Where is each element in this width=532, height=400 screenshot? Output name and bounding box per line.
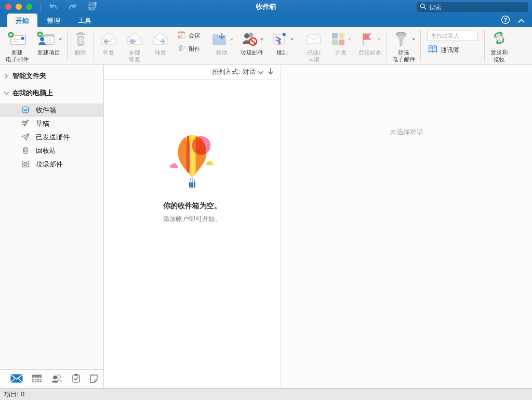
no-conversation-text: 未选择对话 (390, 127, 423, 137)
dropdown-caret (290, 38, 294, 41)
paperclip-icon (177, 44, 186, 54)
people-module-icon[interactable] (51, 374, 63, 384)
minimize-button[interactable] (16, 4, 22, 10)
print-icon[interactable] (87, 2, 97, 12)
notes-module-icon[interactable] (89, 374, 98, 384)
sort-direction-icon[interactable] (268, 68, 274, 76)
search-icon (420, 3, 427, 11)
collapse-ribbon-icon[interactable] (518, 17, 525, 24)
outlook-window: 收件箱 开始 整理 工具 ? 新建 电子邮件 新建项目 删除 (0, 0, 532, 400)
traffic-lights (5, 4, 32, 10)
rules-button[interactable]: 规则 (267, 30, 297, 56)
search-field[interactable] (417, 2, 528, 12)
ribbon: 新建 电子邮件 新建项目 删除 答复 全部 答复 转发 会议 (0, 27, 532, 65)
attachment-label: 附件 (189, 46, 200, 53)
junk-folder-icon (21, 159, 30, 170)
sidebar-group-on-my-computer[interactable]: 在我的电脑上 (0, 86, 103, 100)
inbox-label: 收件箱 (36, 106, 56, 115)
search-input[interactable] (429, 4, 525, 11)
ribbon-divider (67, 30, 68, 61)
close-button[interactable] (5, 4, 11, 10)
sidebar-item-sent[interactable]: 已发送邮件 (0, 131, 103, 144)
module-switcher (0, 369, 103, 388)
tasks-module-icon[interactable] (72, 373, 81, 384)
junk-person-icon (241, 31, 258, 48)
reply-button[interactable]: 答复 (96, 30, 122, 56)
smart-folders-label: 智能文件夹 (12, 71, 46, 81)
categorize-label: 分类 (335, 49, 347, 56)
find-contact-input[interactable] (428, 31, 477, 41)
forward-icon (151, 31, 170, 48)
funnel-icon (392, 31, 410, 49)
rules-icon (271, 31, 288, 48)
dropdown-caret (348, 38, 351, 41)
titlebar-divider (41, 3, 41, 11)
item-count-label: 项目: 0 (4, 390, 25, 399)
ribbon-divider (484, 30, 485, 61)
filter-email-label: 筛选 电子邮件 (392, 49, 415, 63)
delete-button[interactable]: 删除 (69, 30, 92, 56)
sidebar-group-smart-folders[interactable]: 智能文件夹 (0, 69, 103, 83)
sidebar-item-junk[interactable]: 垃圾邮件 (0, 158, 103, 171)
sort-by-control[interactable]: 排列方式: 对话 (212, 68, 263, 76)
trash-label: 回收站 (36, 146, 56, 156)
read-unread-button[interactable]: 已读/ 未读 (301, 30, 327, 63)
titlebar: 收件箱 (0, 0, 532, 14)
sidebar-item-inbox[interactable]: 收件箱 (0, 104, 103, 117)
message-list-header: 排列方式: 对话 (104, 65, 281, 80)
sidebar-item-trash[interactable]: 回收站 (0, 144, 103, 158)
empty-inbox-state: 你的收件箱为空。 添加帐户即可开始。 (104, 80, 281, 388)
chevron-right-icon (0, 73, 12, 79)
attachment-button[interactable]: 附件 (177, 44, 200, 54)
status-bar: 项目: 0 (0, 388, 532, 400)
drafts-icon (21, 119, 30, 130)
follow-up-button[interactable]: 后续标志 (355, 30, 385, 56)
ribbon-divider (205, 30, 205, 61)
follow-up-label: 后续标志 (358, 49, 381, 56)
forward-button[interactable]: 转发 (148, 30, 174, 56)
zoom-button[interactable] (26, 4, 32, 10)
new-items-button[interactable]: 新建项目 (32, 30, 65, 56)
tab-organize[interactable]: 整理 (38, 15, 69, 27)
new-items-label: 新建项目 (37, 49, 60, 56)
filter-email-button[interactable]: 筛选 电子邮件 (389, 30, 419, 63)
chevron-down-icon (258, 68, 263, 76)
on-my-computer-label: 在我的电脑上 (12, 88, 53, 98)
svg-text:?: ? (504, 16, 507, 22)
move-button[interactable]: 移动 (207, 30, 237, 56)
sort-by-label: 排列方式: 对话 (212, 68, 256, 76)
send-receive-button[interactable]: 发送和 接收 (486, 30, 512, 63)
new-email-button[interactable]: 新建 电子邮件 (2, 30, 32, 63)
dropdown-caret (230, 38, 233, 41)
tab-tools[interactable]: 工具 (70, 15, 100, 27)
dropdown-caret (260, 38, 263, 41)
undo-icon[interactable] (48, 2, 58, 12)
find-contact-group: 通讯簿 (422, 30, 483, 55)
ribbon-tabbar: 开始 整理 工具 ? (0, 14, 532, 27)
reply-all-button[interactable]: 全部 答复 (122, 30, 148, 63)
reply-all-label: 全部 答复 (129, 49, 140, 63)
trash-icon (73, 31, 88, 49)
forward-label: 转发 (155, 49, 166, 56)
envelope-icon (304, 32, 323, 48)
send-receive-label: 发送和 接收 (491, 49, 508, 63)
ribbon-divider (94, 30, 94, 61)
meeting-label: 会议 (189, 32, 200, 39)
address-book-button[interactable]: 通讯簿 (428, 45, 477, 55)
calendar-module-icon[interactable] (32, 374, 42, 384)
dropdown-caret (59, 38, 62, 41)
rules-label: 规则 (276, 49, 288, 56)
new-items-icon (36, 31, 57, 49)
tab-home[interactable]: 开始 (7, 14, 37, 27)
mail-module-icon[interactable] (10, 374, 23, 384)
help-icon[interactable]: ? (501, 15, 510, 26)
meeting-button[interactable]: 会议 (177, 31, 200, 40)
move-label: 移动 (216, 49, 228, 56)
address-book-icon (428, 45, 438, 55)
junk-button[interactable]: 垃圾邮件 (237, 30, 267, 56)
sent-icon (21, 132, 30, 143)
balloon-illustration (166, 132, 218, 193)
sidebar-item-drafts[interactable]: 草稿 (0, 117, 103, 131)
categorize-button[interactable]: 分类 (327, 30, 355, 56)
redo-icon[interactable] (68, 2, 77, 12)
